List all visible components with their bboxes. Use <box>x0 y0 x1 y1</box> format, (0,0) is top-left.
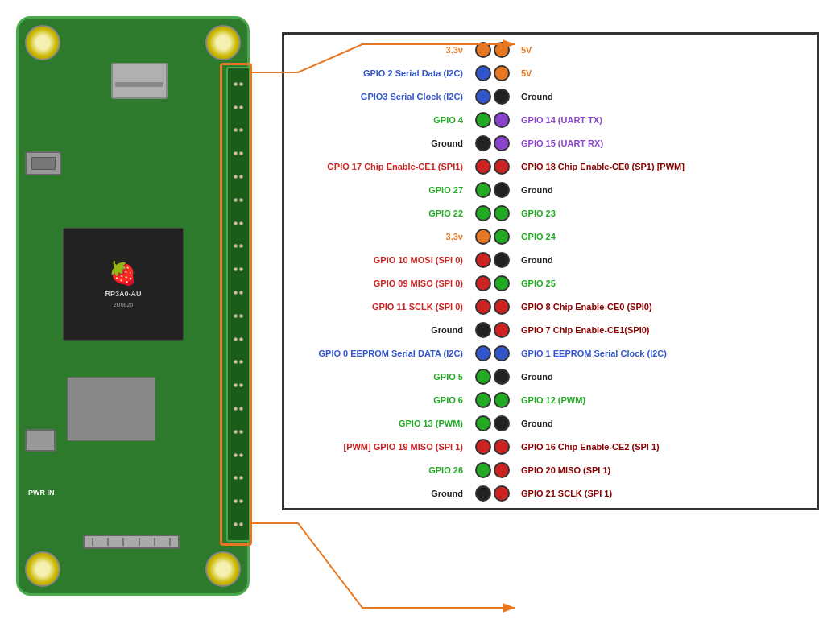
pin-dot <box>234 221 238 225</box>
pin-label-left: GPIO 5 <box>291 372 468 382</box>
pin-dot <box>234 430 238 434</box>
pin-row-item: GroundGPIO 21 SCLK (SPI 1) <box>291 481 810 505</box>
connector-pin <box>139 538 140 546</box>
pin-row <box>234 151 243 155</box>
pin-row <box>234 453 243 457</box>
pin-row-item: GPIO 10 MOSI (SPI 0)Ground <box>291 248 810 271</box>
pin-circle-left <box>475 345 491 361</box>
pin-circle-right <box>494 112 510 128</box>
board-section: 🍓 RP3A0-AU 2U0826 PWR IN <box>0 8 274 636</box>
pin-label-left: Ground <box>291 325 468 335</box>
pin-row-item: GPIO 22GPIO 23 <box>291 201 810 225</box>
pin-label-right: GPIO 20 MISO (SPI 1) <box>516 465 709 475</box>
pin-dot <box>234 82 238 86</box>
pin-dot <box>234 337 238 341</box>
pin-label-right: GPIO 8 Chip Enable-CE0 (SPI0) <box>516 302 709 312</box>
pin-dot <box>234 383 238 387</box>
pin-label-right: GPIO 23 <box>516 208 709 218</box>
pin-label-right: Ground <box>516 372 709 382</box>
pin-circle-right <box>494 369 510 385</box>
pin-circle-left <box>475 205 491 221</box>
pin-circles <box>468 462 516 478</box>
pin-row <box>234 360 243 364</box>
pin-label-left: GPIO 22 <box>291 208 468 218</box>
pin-row <box>234 267 243 271</box>
pin-row-item: GPIO 11 SCLK (SPI 0)GPIO 8 Chip Enable-C… <box>291 295 810 318</box>
pin-circle-left <box>475 392 491 408</box>
pin-row-item: GPIO3 Serial Clock (I2C)Ground <box>291 85 810 108</box>
corner-tl <box>25 25 60 60</box>
pin-label-right: GPIO 14 (UART TX) <box>516 115 709 125</box>
pin-label-right: GPIO 21 SCLK (SPI 1) <box>516 489 709 498</box>
pin-circle-right <box>494 159 510 175</box>
pin-dot <box>234 198 238 202</box>
pin-circle-left <box>475 135 491 151</box>
pin-label-left: GPIO 11 SCLK (SPI 0) <box>291 302 468 312</box>
pin-label-left: [PWM] GPIO 19 MISO (SPI 1) <box>291 442 468 452</box>
pin-label-right: 5V <box>516 45 709 55</box>
pin-circle-left <box>475 439 491 455</box>
pin-label-left: GPIO 10 MOSI (SPI 0) <box>291 255 468 265</box>
pin-circles <box>468 439 516 455</box>
pin-row <box>234 244 243 248</box>
pin-row <box>234 221 243 225</box>
pin-label-left: 3.3v <box>291 232 468 242</box>
pin-circles <box>468 299 516 315</box>
pin-row <box>234 198 243 202</box>
pin-row <box>234 82 243 86</box>
connector-pin <box>92 538 93 546</box>
pin-row <box>234 105 243 109</box>
pin-circles <box>468 182 516 198</box>
pin-circle-right <box>494 345 510 361</box>
pin-label-left: GPIO 27 <box>291 185 468 195</box>
pin-dot <box>234 291 238 295</box>
connector-pin <box>107 538 109 546</box>
pin-circle-right <box>494 205 510 221</box>
pin-circle-right <box>494 392 510 408</box>
pin-dot <box>239 175 243 179</box>
pin-label-right: GPIO 24 <box>516 232 709 242</box>
pin-circles <box>468 485 516 502</box>
pin-label-right: GPIO 7 Chip Enable-CE1(SPI0) <box>516 325 709 335</box>
pin-dot <box>239 314 243 318</box>
pin-circle-right <box>494 252 510 268</box>
pin-row-item: GPIO 27Ground <box>291 178 810 201</box>
pin-circles <box>468 42 516 58</box>
pin-dot <box>239 430 243 434</box>
pin-label-right: GPIO 1 EEPROM Serial Clock (I2C) <box>516 349 709 358</box>
pin-dot <box>234 175 238 179</box>
connector-pin <box>169 538 171 546</box>
pin-circles <box>468 252 516 268</box>
pin-circle-right <box>494 182 510 198</box>
pin-dot <box>234 244 238 248</box>
pin-circle-left <box>475 485 491 502</box>
pin-circle-right <box>494 322 510 338</box>
pin-row <box>234 128 243 132</box>
raspberry-pi-board: 🍓 RP3A0-AU 2U0826 PWR IN <box>16 16 250 596</box>
pin-circle-left <box>475 112 491 128</box>
pin-label-left: GPIO 26 <box>291 465 468 475</box>
pin-row-item: GroundGPIO 7 Chip Enable-CE1(SPI0) <box>291 318 810 341</box>
pin-circles <box>468 275 516 291</box>
pin-circle-left <box>475 322 491 338</box>
pin-label-right: Ground <box>516 255 709 265</box>
raspberry-logo: 🍓 <box>109 260 137 287</box>
gpio-pin-strip <box>226 67 250 542</box>
pin-label-right: Ground <box>516 185 709 195</box>
pin-dot <box>239 244 243 248</box>
pin-circles <box>468 415 516 431</box>
pin-dot <box>239 407 243 411</box>
pin-label-left: GPIO 6 <box>291 395 468 405</box>
pin-circles <box>468 65 516 81</box>
pin-circle-right <box>494 415 510 431</box>
pin-row-item: GPIO 4GPIO 14 (UART TX) <box>291 108 810 131</box>
pin-circle-right <box>494 485 510 502</box>
pin-circle-right <box>494 275 510 291</box>
pin-row-item: GPIO 6GPIO 12 (PWM) <box>291 388 810 411</box>
main-container: 🍓 RP3A0-AU 2U0826 PWR IN <box>0 0 819 644</box>
pin-row-item: 3.3v5V <box>291 38 810 61</box>
usb-port-bottom <box>25 429 56 452</box>
pin-circle-left <box>475 89 491 105</box>
pin-circles <box>468 392 516 408</box>
pin-row <box>234 314 243 318</box>
